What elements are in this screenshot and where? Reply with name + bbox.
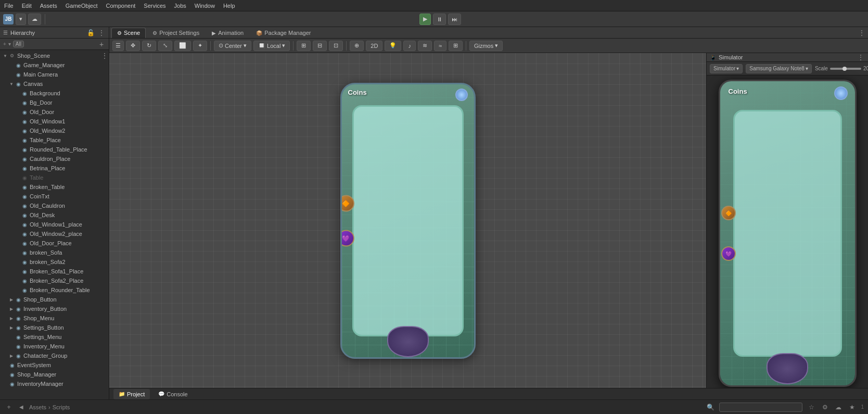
simulator-mode-btn[interactable]: Simulator ▾: [710, 64, 743, 73]
tree-item-old-window1[interactable]: ◉ Old_Window1: [0, 117, 109, 126]
step-button[interactable]: ⏭: [448, 14, 461, 25]
tree-item-old-cauldron[interactable]: ◉ Old_Cauldron: [0, 201, 109, 210]
footer-back-btn[interactable]: ◀: [17, 403, 26, 412]
snap-btn[interactable]: ⊟: [313, 41, 327, 51]
audio-btn[interactable]: ♪: [403, 41, 416, 51]
hand-tool-btn[interactable]: ☰: [112, 41, 124, 51]
hierarchy-more-btn[interactable]: ⋮: [97, 29, 106, 37]
pause-button[interactable]: ⏸: [433, 14, 446, 25]
transform-tool-btn[interactable]: ✦: [193, 41, 207, 51]
tree-item-betrina-place[interactable]: ◉ Betrina_Place: [0, 164, 109, 173]
tree-item-table-place[interactable]: ◉ Table_Place: [0, 135, 109, 145]
tree-item-inventory-menu[interactable]: ◉ Inventory_Menu: [0, 342, 109, 351]
tab-scene[interactable]: ⚙ Scene: [111, 28, 146, 38]
search-icon: +: [3, 41, 6, 47]
menu-services[interactable]: Services: [144, 3, 165, 9]
hierarchy-lock-btn[interactable]: 🔓: [86, 29, 95, 37]
simulator-more-btn[interactable]: ⋮: [857, 53, 865, 61]
tree-item-settings-menu[interactable]: ◉ Settings_Menu: [0, 332, 109, 342]
play-button[interactable]: ▶: [419, 14, 431, 25]
tree-item-main-camera[interactable]: ◉ Main Camera: [0, 70, 109, 79]
simulator-device-btn[interactable]: Samsung Galaxy Note8 ▾: [746, 64, 812, 73]
visibility-btn[interactable]: ⊕: [350, 41, 364, 51]
center-pivot-btn[interactable]: ⊙ Center ▾: [214, 41, 251, 51]
fx-btn[interactable]: ≈: [434, 41, 446, 51]
tree-icon-inventory-menu: ◉: [15, 343, 22, 350]
tab-console[interactable]: 💬 Console: [153, 389, 193, 399]
tree-item-old-window2-place[interactable]: ◉ Old_Window2_place: [0, 229, 109, 239]
tree-item-broken-rounder-table[interactable]: ◉ Broken_Rounder_Table: [0, 285, 109, 295]
tree-item-rounded-table[interactable]: ◉ Rounded_Table_Place: [0, 145, 109, 154]
tree-item-broken-table[interactable]: ◉ Broken_Table: [0, 182, 109, 192]
menu-edit[interactable]: Edit: [22, 3, 32, 9]
footer-settings-icon[interactable]: ⚙: [820, 403, 829, 412]
footer-search-input[interactable]: [719, 403, 802, 412]
tree-item-bg-door[interactable]: ◉ Bg_Door: [0, 98, 109, 107]
scale-tool-btn[interactable]: ⤡: [158, 41, 172, 51]
menu-jobs[interactable]: Jobs: [174, 3, 186, 9]
tree-item-old-window2[interactable]: ◉ Old_Window2: [0, 126, 109, 135]
tree-label-broken-sofa2: broken_Sofa2: [30, 259, 66, 265]
footer-cloud-icon[interactable]: ☁: [834, 403, 843, 412]
footer-add-btn[interactable]: +: [4, 403, 14, 412]
scene-view[interactable]: Coins 🔶 💜: [109, 53, 707, 388]
account-dropdown[interactable]: ▾: [16, 14, 26, 25]
tree-arrow-shop-menu: ▶: [8, 315, 15, 321]
tree-item-old-desk[interactable]: ◉ Old_Desk: [0, 210, 109, 220]
footer-star-icon[interactable]: ★: [847, 403, 857, 412]
cloud-btn[interactable]: ☁: [28, 14, 41, 25]
tab-animation[interactable]: ▶ Animation: [206, 28, 249, 38]
menu-component[interactable]: Component: [106, 3, 135, 9]
account-avatar[interactable]: JB: [3, 14, 14, 24]
rect-tool-btn[interactable]: ⬜: [174, 41, 191, 51]
snap-settings-btn[interactable]: ⊡: [329, 41, 343, 51]
simulator-slider[interactable]: [830, 68, 861, 70]
gizmos-btn[interactable]: Gizmos ▾: [469, 41, 503, 51]
tree-item-inventory-button[interactable]: ▶ ◉ Inventory_Button: [0, 304, 109, 313]
tree-item-cauldron-place[interactable]: ◉ Cauldron_Place: [0, 154, 109, 164]
menu-help[interactable]: Help: [223, 3, 235, 9]
tabs-more-btn[interactable]: ⋮: [858, 29, 866, 37]
tree-item-coin-txt[interactable]: ◉ CoinTxt: [0, 192, 109, 201]
breadcrumb-scripts[interactable]: Scripts: [53, 404, 70, 410]
tab-project[interactable]: 📁 Project: [113, 389, 150, 399]
tab-project-settings[interactable]: ⚙ Project Settings: [147, 28, 205, 38]
tree-item-old-window1-place[interactable]: ◉ Old_Window1_place: [0, 220, 109, 229]
hierarchy-add-btn[interactable]: +: [97, 40, 106, 48]
menu-assets[interactable]: Assets: [40, 3, 57, 9]
tree-item-broken-sofa1-place[interactable]: ◉ Broken_Sofa1_Place: [0, 267, 109, 276]
grid-toggle-btn[interactable]: ⊞: [297, 41, 311, 51]
tree-item-shop-button[interactable]: ▶ ◉ Shop_Button: [0, 295, 109, 304]
tree-item-table[interactable]: ◉ Table: [0, 173, 109, 182]
light-btn[interactable]: 💡: [385, 41, 401, 51]
tree-item-shop-menu[interactable]: ▶ ◉ Shop_Menu: [0, 313, 109, 323]
tab-package-manager[interactable]: 📦 Package Manager: [250, 28, 316, 38]
menu-file[interactable]: File: [4, 3, 14, 9]
menu-window[interactable]: Window: [195, 3, 215, 9]
tree-item-old-door-place[interactable]: ◉ Old_Door_Place: [0, 239, 109, 248]
scene-layers-btn[interactable]: ⊞: [449, 41, 463, 51]
tree-item-settings-button[interactable]: ▶ ◉ Settings_Button: [0, 323, 109, 332]
local-global-btn[interactable]: 🔲 Local ▾: [253, 41, 290, 51]
tree-item-broken-sofa2-place[interactable]: ◉ Broken_Sofa2_Place: [0, 276, 109, 285]
tree-item-broken-sofa2[interactable]: ◉ broken_Sofa2: [0, 257, 109, 267]
tree-item-inventory-manager[interactable]: ◉ InventoryManager: [0, 379, 109, 388]
tree-item-game-manager[interactable]: ◉ Game_Manager: [0, 60, 109, 70]
footer-favorites-icon[interactable]: ☆: [807, 403, 816, 412]
tree-item-shop-scene[interactable]: ▼ ⚙ Shop_Scene ⋮: [0, 51, 109, 60]
tree-item-event-system[interactable]: ◉ EventSystem: [0, 360, 109, 370]
anim-btn[interactable]: ≋: [418, 41, 432, 51]
tree-item-broken-sofa[interactable]: ◉ broken_Sofa: [0, 248, 109, 257]
menu-gameobject[interactable]: GameObject: [66, 3, 98, 9]
tree-item-character-group[interactable]: ▶ ◉ Chatacter_Group: [0, 351, 109, 360]
tree-item-old-door[interactable]: ◉ Old_Door: [0, 107, 109, 117]
tree-item-canvas[interactable]: ▼ ◉ Canvas: [0, 79, 109, 89]
2d-btn[interactable]: 2D: [366, 41, 382, 51]
tree-more-shop-scene[interactable]: ⋮: [100, 52, 109, 60]
tree-item-shop-manager[interactable]: ◉ Shop_Manager: [0, 370, 109, 379]
search-scope-badge[interactable]: All: [13, 41, 24, 47]
move-tool-btn[interactable]: ✥: [126, 41, 140, 51]
tree-item-background[interactable]: ◉ Background: [0, 89, 109, 98]
breadcrumb-assets[interactable]: Assets: [29, 404, 46, 410]
rotate-tool-btn[interactable]: ↻: [142, 41, 156, 51]
